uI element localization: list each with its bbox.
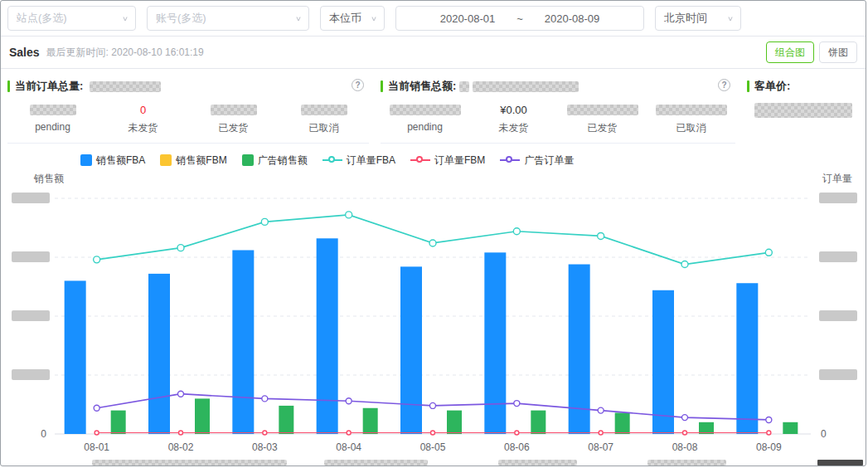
legend-label: 广告销售额 [258,154,308,168]
orders-col-pending: pending [7,103,98,135]
legend-swatch-icon [242,154,254,166]
aov-panel: 客单价: [747,77,859,144]
sales-col-pending: pending [381,103,469,135]
redacted-currency-symbol [459,81,469,92]
stats-section: 当前订单总量: ? pending 0 未发货 已发货 [1,69,866,144]
green-accent-bar [381,80,383,92]
redacted-aov-value [754,103,852,118]
combo-chart-button[interactable]: 组合图 [766,41,814,63]
orders-col-cancelled: 已取消 [279,103,369,135]
site-select-placeholder: 站点(多选) [17,11,67,26]
svg-text:08-08: 08-08 [672,441,698,453]
pie-chart-button[interactable]: 饼图 [819,41,857,63]
legend-label: 订单量FBM [434,154,485,168]
legend-item[interactable]: 销售额FBA [80,154,145,168]
combo-chart-svg[interactable]: 08-0108-0208-0308-0408-0508-0608-0708-08… [7,185,860,466]
page-header: Sales 最后更新时间: 2020-08-10 16:01:19 组合图 饼图 [1,36,866,69]
redacted-value [30,105,76,115]
redacted-text [647,460,726,466]
column-label: 已发货 [188,121,279,135]
svg-text:0: 0 [821,428,827,440]
page-title: Sales [9,46,40,59]
svg-text:08-01: 08-01 [84,441,109,453]
sales-breakdown: pending ¥0.00 未发货 已发货 已取消 [381,103,735,144]
chevron-down-icon: ∨ [122,14,129,22]
help-icon[interactable]: ? [718,79,730,91]
redacted-text [92,460,287,466]
legend-label: 销售额FBA [96,154,145,168]
legend-label: 销售额FBM [176,154,226,168]
legend-swatch-icon [80,154,92,166]
orders-total-label: 当前订单总量: [15,79,83,94]
redacted-dark-block [817,460,863,466]
redacted-text [498,460,577,466]
aov-label: 客单价: [754,79,790,94]
svg-text:08-07: 08-07 [588,441,613,453]
green-accent-bar [747,80,749,92]
last-update-text: 最后更新时间: 2020-08-10 16:01:19 [46,46,204,60]
legend-line-marker-icon [410,156,430,164]
column-label: pending [381,121,469,133]
help-icon[interactable]: ? [352,79,364,91]
date-end-value: 2020-08-09 [545,12,600,25]
column-label: 已取消 [279,121,369,135]
date-range-separator: ~ [516,12,523,25]
redacted-value [390,105,461,115]
sales-col-unshipped: ¥0.00 未发货 [469,103,558,135]
date-start-value: 2020-08-01 [440,12,496,25]
chevron-down-icon: ∨ [295,14,302,22]
column-label: pending [7,121,98,133]
legend-label: 订单量FBA [347,154,395,168]
svg-text:08-03: 08-03 [252,441,278,453]
account-select[interactable]: 账号(多选) ∨ [147,6,309,31]
redacted-sales-total [473,81,579,92]
sales-total-label: 当前销售总额: [388,79,456,94]
green-accent-bar [7,80,10,92]
sales-dashboard: 站点(多选) ∨ 账号(多选) ∨ 本位币 ∨ 2020-08-01 ~ 202… [0,0,866,466]
orders-col-unshipped: 0 未发货 [98,103,188,135]
orders-unshipped-value: 0 [98,103,188,117]
redacted-value [301,105,347,115]
chevron-down-icon: ∨ [727,14,734,22]
timezone-select-value: 北京时间 [664,11,707,26]
legend-label: 广告订单量 [524,154,574,168]
site-select[interactable]: 站点(多选) ∨ [7,6,136,31]
legend-swatch-icon [160,154,172,166]
sales-col-cancelled: 已取消 [647,103,735,135]
column-label: 已取消 [647,121,735,135]
chart-legend: 销售额FBA销售额FBM广告销售额订单量FBA订单量FBM广告订单量 [1,144,866,168]
svg-text:08-04: 08-04 [336,441,361,453]
legend-line-marker-icon [500,156,520,164]
currency-select[interactable]: 本位币 ∨ [320,6,385,31]
left-axis-title: 销售额 [34,172,64,185]
svg-text:08-05: 08-05 [420,441,446,453]
redacted-text [324,460,428,466]
orders-col-shipped: 已发货 [188,103,279,135]
timezone-select[interactable]: 北京时间 ∨ [655,6,741,31]
svg-text:08-09: 08-09 [756,441,782,453]
chevron-down-icon: ∨ [371,14,377,22]
sales-unshipped-value: ¥0.00 [469,103,558,117]
sales-chart: 销售额 订单量 08-0108-0208-0308-0408-0508-0608… [1,168,866,466]
right-axis-title: 订单量 [822,172,852,185]
axis-titles: 销售额 订单量 [1,168,866,185]
sales-col-shipped: 已发货 [558,103,647,135]
legend-item[interactable]: 订单量FBM [410,154,485,168]
legend-item[interactable]: 订单量FBA [322,154,395,168]
legend-item[interactable]: 销售额FBM [160,154,226,168]
legend-item[interactable]: 广告订单量 [500,154,574,168]
svg-text:08-02: 08-02 [168,441,194,453]
redacted-value [656,105,727,115]
date-range-picker[interactable]: 2020-08-01 ~ 2020-08-09 [395,6,644,31]
orders-summary-panel: 当前订单总量: ? pending 0 未发货 已发货 [7,77,369,144]
legend-item[interactable]: 广告销售额 [242,154,308,168]
column-label: 已发货 [558,121,647,135]
column-label: 未发货 [98,121,188,135]
redacted-value [211,105,257,115]
svg-text:08-06: 08-06 [504,441,530,453]
sales-summary-panel: 当前销售总额: ? pending ¥0.00 未发货 已发货 [381,77,735,144]
legend-line-marker-icon [322,156,342,164]
account-select-placeholder: 账号(多选) [156,11,206,26]
filter-bar: 站点(多选) ∨ 账号(多选) ∨ 本位币 ∨ 2020-08-01 ~ 202… [1,1,866,36]
svg-text:0: 0 [41,428,46,440]
